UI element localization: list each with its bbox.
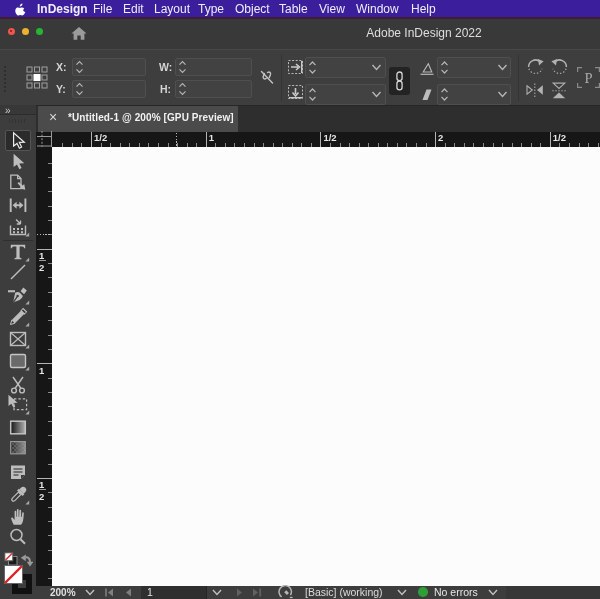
svg-text:P: P xyxy=(584,70,592,86)
